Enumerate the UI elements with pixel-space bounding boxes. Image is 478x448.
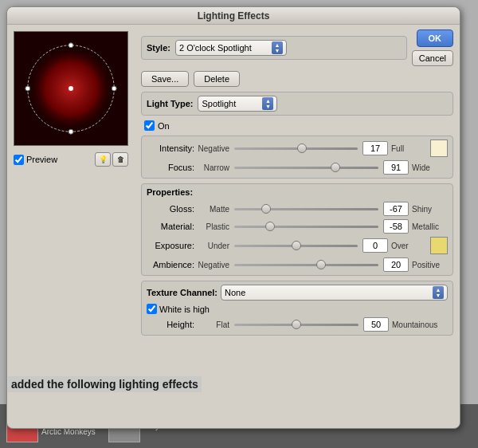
bulb-icon: 💡 [99, 155, 108, 163]
intensity-slider[interactable] [234, 147, 358, 150]
cancel-button[interactable]: Cancel [412, 50, 453, 66]
left-panel: Preview 💡 🗑 [7, 25, 135, 428]
trash-icon: 🗑 [117, 155, 124, 163]
exposure-slider[interactable] [234, 245, 358, 247]
ambience-value[interactable]: 20 [383, 257, 409, 272]
gloss-slider[interactable] [234, 208, 378, 210]
height-thumb[interactable] [292, 320, 301, 329]
light-type-label: Light Type: [147, 99, 193, 108]
svg-point-6 [112, 86, 116, 91]
style-section: Style: 2 O'clock Spotlight ▲ ▼ [141, 36, 407, 60]
height-value[interactable]: 50 [363, 317, 389, 332]
ambience-row: Ambience: Negative 20 Positive [147, 257, 448, 272]
material-right-label: Metallic [412, 222, 448, 231]
height-right-label: Mountainous [392, 320, 448, 329]
exposure-right-label: Over [391, 242, 427, 250]
dialog-content: Preview 💡 🗑 Style: 2 O' [7, 25, 460, 428]
style-select[interactable]: 2 O'clock Spotlight ▲ ▼ [175, 40, 287, 56]
intensity-value[interactable]: 17 [362, 141, 388, 155]
material-value[interactable]: -58 [383, 219, 409, 234]
intensity-left-label: Negative [198, 144, 229, 153]
on-row: On [141, 120, 453, 131]
svg-point-3 [69, 43, 73, 48]
focus-value[interactable]: 91 [383, 160, 409, 175]
texture-channel-arrow-icon: ▲ ▼ [433, 286, 444, 299]
ambience-thumb[interactable] [316, 260, 326, 269]
ok-button[interactable]: OK [417, 29, 454, 47]
ambience-label: Ambience: [147, 260, 194, 269]
delete-button[interactable]: Delete [194, 71, 240, 87]
focus-thumb[interactable] [331, 163, 340, 172]
intensity-color-swatch[interactable] [430, 140, 448, 157]
save-button[interactable]: Save... [141, 71, 189, 87]
preview-checkbox-row[interactable]: Preview [14, 155, 57, 165]
properties-section: Properties: Gloss: Matte -67 Shiny Mater… [141, 183, 453, 276]
height-slider[interactable] [234, 324, 358, 326]
white-is-high-row[interactable]: White is high [147, 304, 448, 314]
bulb-icon-btn[interactable]: 💡 [95, 152, 111, 167]
svg-point-5 [25, 86, 30, 91]
intensity-right-label: Full [391, 144, 427, 153]
preview-checkbox[interactable] [14, 155, 24, 165]
texture-channel-select[interactable]: None ▲ ▼ [221, 285, 448, 301]
exposure-row: Exposure: Under 0 Over [147, 237, 448, 254]
exposure-color-swatch[interactable] [430, 237, 448, 254]
ambience-slider[interactable] [234, 264, 378, 266]
preview-label: Preview [26, 155, 57, 164]
material-slider[interactable] [234, 226, 378, 228]
material-left-label: Plastic [198, 222, 229, 231]
svg-point-4 [69, 129, 73, 134]
bottom-annotation: added the following lighting effects [8, 376, 202, 392]
gloss-thumb[interactable] [261, 204, 271, 214]
light-type-value: Spotlight [202, 99, 236, 108]
dialog-title: Lighting Effects [198, 10, 270, 22]
title-bar: Lighting Effects [7, 7, 460, 25]
style-arrow-icon: ▲ ▼ [272, 41, 283, 54]
focus-slider[interactable] [234, 167, 378, 169]
gloss-left-label: Matte [198, 205, 229, 214]
exposure-thumb[interactable] [292, 241, 301, 250]
white-is-high-label: White is high [159, 305, 210, 314]
trash-icon-btn[interactable]: 🗑 [112, 152, 128, 167]
height-row: Height: Flat 50 Mountainous [147, 317, 448, 332]
material-thumb[interactable] [265, 222, 275, 231]
texture-section: Texture Channel: None ▲ ▼ White is high [141, 281, 453, 336]
preview-canvas [14, 31, 128, 146]
material-row: Material: Plastic -58 Metallic [147, 219, 448, 234]
intensity-label: Intensity: [147, 143, 194, 153]
gloss-right-label: Shiny [412, 205, 448, 214]
light-type-section: Light Type: Spotlight ▲ ▼ [141, 92, 453, 116]
preview-svg [14, 32, 127, 145]
ambience-left-label: Negative [198, 261, 229, 269]
texture-channel-row: Texture Channel: None ▲ ▼ [147, 285, 448, 301]
material-label: Material: [147, 222, 194, 231]
height-label: Height: [147, 320, 194, 329]
focus-row: Focus: Narrow 91 Wide [147, 160, 448, 175]
height-left-label: Flat [198, 320, 229, 329]
preview-controls: Preview 💡 🗑 [14, 152, 128, 167]
texture-channel-value: None [225, 288, 245, 297]
on-label: On [158, 121, 170, 131]
on-checkbox[interactable] [144, 120, 155, 131]
svg-point-7 [69, 86, 73, 91]
right-panel: Style: 2 O'clock Spotlight ▲ ▼ OK Cancel [135, 25, 460, 428]
texture-channel-label: Texture Channel: [147, 288, 217, 297]
focus-left-label: Narrow [198, 163, 229, 172]
preview-icons: 💡 🗑 [95, 152, 128, 167]
style-value: 2 O'clock Spotlight [179, 43, 252, 53]
exposure-value[interactable]: 0 [362, 238, 388, 253]
light-type-arrow-icon: ▲ ▼ [262, 97, 273, 110]
intensity-thumb[interactable] [297, 143, 307, 153]
light-type-select[interactable]: Spotlight ▲ ▼ [198, 96, 277, 112]
gloss-row: Gloss: Matte -67 Shiny [147, 202, 448, 216]
exposure-left-label: Under [198, 242, 229, 250]
style-label: Style: [147, 43, 170, 53]
intensity-focus-section: Intensity: Negative 17 Full Focus: Narro… [141, 136, 453, 179]
white-is-high-checkbox[interactable] [147, 304, 157, 314]
ambience-right-label: Positive [412, 261, 448, 269]
lighting-effects-dialog: Lighting Effects [6, 6, 460, 429]
ok-cancel-group: OK Cancel [412, 29, 453, 66]
gloss-value[interactable]: -67 [383, 202, 409, 216]
gloss-label: Gloss: [147, 204, 194, 214]
properties-title: Properties: [147, 187, 448, 197]
